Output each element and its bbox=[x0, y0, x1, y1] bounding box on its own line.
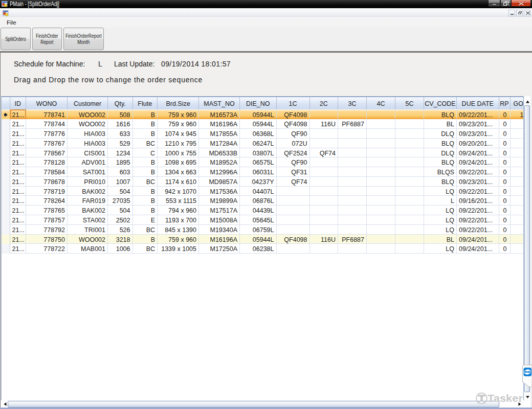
svg-text:Tasker: Tasker bbox=[487, 392, 523, 404]
